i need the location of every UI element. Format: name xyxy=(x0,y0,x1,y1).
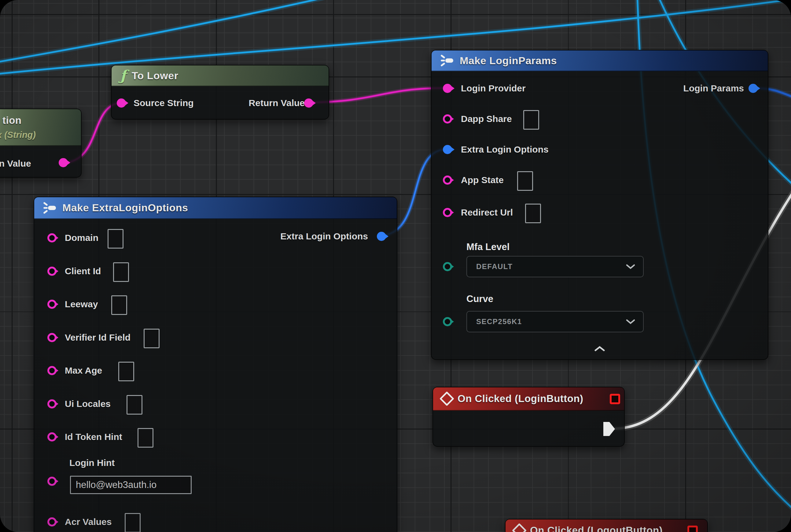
pin-login-params-out[interactable] xyxy=(749,84,758,93)
delegate-pin-logout-button[interactable] xyxy=(688,526,698,532)
pin-curve[interactable] xyxy=(443,317,452,326)
verifier-id-field-value-box[interactable] xyxy=(144,329,159,348)
node-make-extra-login-options-header[interactable]: Make ExtraLoginOptions xyxy=(34,197,397,219)
chevron-down-icon xyxy=(626,319,635,324)
login-hint-label: Login Hint xyxy=(70,458,115,468)
collapse-chevron-icon[interactable] xyxy=(594,346,605,351)
node-on-clicked-logout-header[interactable]: On Clicked (LogoutButton) xyxy=(505,519,707,532)
login-provider-label: Login Provider xyxy=(461,82,526,94)
pin-extra-login-options-in[interactable] xyxy=(443,145,452,154)
make-struct-icon xyxy=(43,202,57,214)
make-struct-icon xyxy=(440,54,454,66)
login-hint-input[interactable] xyxy=(70,476,192,494)
dapp-share-value-box[interactable] xyxy=(523,110,539,130)
pin-acr-values[interactable] xyxy=(47,517,57,527)
redirect-url-label: Redirect Url xyxy=(461,207,513,218)
mfa-level-value: DEFAULT xyxy=(476,262,513,271)
pin-return-value[interactable] xyxy=(304,98,313,108)
pin-client-id[interactable] xyxy=(47,267,57,276)
pin-login-hint[interactable] xyxy=(47,477,57,486)
delegate-pin-login-button[interactable] xyxy=(610,394,620,404)
pin-login-provider[interactable] xyxy=(443,84,452,93)
event-icon xyxy=(440,391,454,406)
id-token-hint-value-box[interactable] xyxy=(137,428,153,448)
source-string-label: Source String xyxy=(134,97,194,109)
acr-values-value-box[interactable] xyxy=(125,513,140,532)
dapp-share-label: Dapp Share xyxy=(461,113,512,125)
pin-mfa-level[interactable] xyxy=(443,262,452,271)
node-left-partial[interactable]: tion ox (String) eturn Value xyxy=(0,109,82,178)
pin-max-age[interactable] xyxy=(47,366,57,375)
verifier-id-field-label: Verifier Id Field xyxy=(65,332,131,343)
pin-domain[interactable] xyxy=(47,233,57,243)
node-make-extra-login-options[interactable]: Make ExtraLoginOptions Domain Client Id … xyxy=(34,196,397,532)
node-make-extra-login-options-title: Make ExtraLoginOptions xyxy=(62,202,188,214)
domain-label: Domain xyxy=(65,232,98,244)
function-icon: ƒ xyxy=(120,69,126,82)
node-to-lower-header[interactable]: ƒ To Lower xyxy=(112,65,329,86)
leeway-value-box[interactable] xyxy=(111,296,127,315)
redirect-url-value-box[interactable] xyxy=(525,204,541,223)
pin-return-value-partial[interactable] xyxy=(59,158,68,167)
extra-login-options-out-label: Extra Login Options xyxy=(280,230,368,242)
blueprint-graph-canvas[interactable]: tion ox (String) eturn Value ƒ To Lower … xyxy=(0,0,791,532)
return-value-label-partial: eturn Value xyxy=(0,158,31,169)
pin-dapp-share[interactable] xyxy=(443,114,452,124)
event-icon xyxy=(512,523,527,532)
node-left-partial-header[interactable]: tion ox (String) xyxy=(0,109,81,146)
acr-values-label: Acr Values xyxy=(65,516,112,528)
max-age-value-box[interactable] xyxy=(118,362,134,381)
domain-value-box[interactable] xyxy=(108,229,123,249)
extra-login-options-in-label: Extra Login Options xyxy=(461,144,548,155)
ui-locales-value-box[interactable] xyxy=(127,395,142,415)
pin-verifier-id-field[interactable] xyxy=(47,333,57,342)
node-on-clicked-login-header[interactable]: On Clicked (LoginButton) xyxy=(433,387,624,411)
pin-leeway[interactable] xyxy=(47,300,57,309)
pin-ui-locales[interactable] xyxy=(47,399,57,408)
mfa-level-label: Mfa Level xyxy=(466,242,509,252)
app-state-value-box[interactable] xyxy=(517,171,533,191)
client-id-label: Client Id xyxy=(65,265,101,277)
leeway-label: Leeway xyxy=(65,299,98,310)
pin-app-state[interactable] xyxy=(443,175,452,185)
node-make-login-params-title: Make LoginParams xyxy=(460,55,557,66)
node-make-login-params-header[interactable]: Make LoginParams xyxy=(431,51,768,71)
node-make-login-params[interactable]: Make LoginParams Login Provider Dapp Sha… xyxy=(431,50,768,360)
mfa-level-dropdown[interactable]: DEFAULT xyxy=(466,256,644,277)
curve-label: Curve xyxy=(466,293,493,305)
node-on-clicked-logout-button[interactable]: On Clicked (LogoutButton) xyxy=(505,519,708,532)
client-id-value-box[interactable] xyxy=(113,262,129,282)
id-token-hint-label: Id Token Hint xyxy=(65,431,122,443)
curve-dropdown[interactable]: SECP256K1 xyxy=(466,311,644,332)
pin-id-token-hint[interactable] xyxy=(47,432,57,441)
exec-pin-out[interactable] xyxy=(603,422,615,436)
node-left-partial-subtitle: ox (String) xyxy=(0,130,36,140)
return-value-label: Return Value xyxy=(249,97,305,109)
node-left-partial-title: tion xyxy=(2,115,21,126)
node-to-lower[interactable]: ƒ To Lower Source String Return Value xyxy=(111,65,329,119)
max-age-label: Max Age xyxy=(65,365,102,376)
app-state-label: App State xyxy=(461,174,504,186)
curve-value: SECP256K1 xyxy=(476,317,522,326)
login-params-out-label: Login Params xyxy=(683,82,744,94)
node-to-lower-title: To Lower xyxy=(132,70,178,82)
node-on-clicked-login-title: On Clicked (LoginButton) xyxy=(458,393,583,404)
node-on-clicked-logout-title: On Clicked (LogoutButton) xyxy=(530,525,663,532)
pin-source-string[interactable] xyxy=(117,98,126,108)
pin-redirect-url[interactable] xyxy=(443,208,452,217)
node-on-clicked-login-button[interactable]: On Clicked (LoginButton) xyxy=(432,387,625,447)
ui-locales-label: Ui Locales xyxy=(65,398,111,410)
pin-extra-login-options-out[interactable] xyxy=(377,232,386,241)
chevron-down-icon xyxy=(626,264,635,269)
